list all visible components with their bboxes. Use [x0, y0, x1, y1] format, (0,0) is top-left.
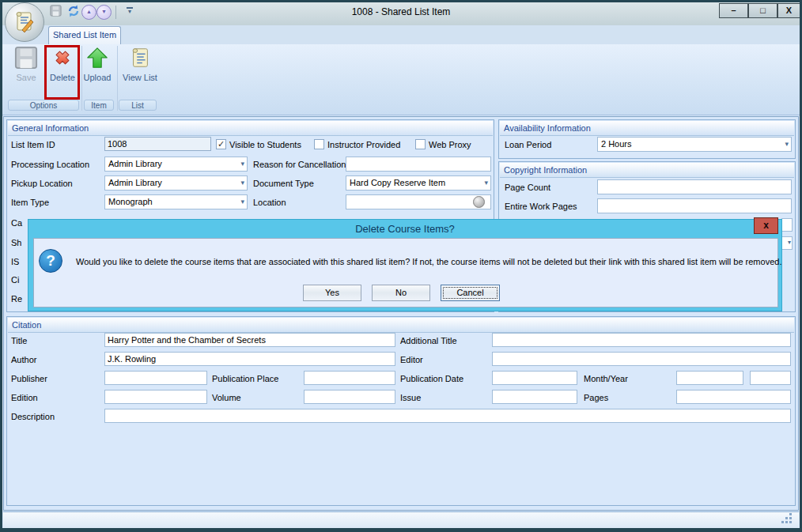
window-bottom-border [0, 528, 802, 532]
close-button[interactable]: X [777, 3, 800, 18]
yes-button[interactable]: Yes [303, 285, 361, 301]
pickup-location-label: Pickup Location [11, 179, 73, 188]
additional-title-field[interactable] [492, 333, 791, 347]
dropdown-arrow-icon: ▾ [240, 179, 244, 187]
reason-for-cancellation-field[interactable] [346, 157, 491, 172]
covered-field-fragment[interactable] [781, 218, 793, 232]
item-type-label: Item Type [11, 198, 49, 207]
section-header: Citation [8, 318, 794, 333]
tab-shared-list-item[interactable]: Shared List Item [48, 26, 121, 44]
publisher-label: Publisher [11, 374, 47, 383]
entire-work-pages-field[interactable] [597, 198, 792, 213]
covered-label-fragment: Re [11, 294, 22, 304]
customize-quick-access-icon[interactable]: ▾ [125, 7, 134, 14]
publisher-field[interactable] [104, 371, 207, 385]
section-header: Availability Information [500, 121, 794, 136]
covered-label-fragment: IS [11, 257, 19, 266]
ribbon-tab-strip [2, 25, 800, 44]
publication-date-field[interactable] [492, 371, 577, 385]
ribbon-group-options: Options [8, 100, 79, 111]
down-circle-icon[interactable]: ▼ [96, 5, 112, 20]
app-scroll-icon [12, 9, 37, 36]
editor-label: Editor [400, 355, 423, 364]
visible-to-students-checkbox[interactable]: ✓ [216, 139, 226, 149]
list-item-id-field[interactable] [104, 137, 211, 151]
covered-label-fragment: Ca [11, 218, 22, 228]
location-label: Location [253, 198, 286, 207]
document-type-combo[interactable]: Hard Copy Reserve Item ▾ [346, 175, 491, 191]
list-item-id-label: List Item ID [11, 140, 55, 149]
close-x-icon: x [763, 220, 769, 231]
entire-work-pages-label: Entire Work Pages [505, 202, 577, 211]
loan-period-combo[interactable]: 2 Hours ▾ [597, 137, 792, 152]
processing-location-label: Processing Location [11, 160, 89, 169]
editor-field[interactable] [492, 352, 791, 366]
cancel-button[interactable]: Cancel [441, 285, 500, 301]
section-header: General Information [8, 121, 493, 136]
minimize-button[interactable]: – [719, 3, 748, 18]
issue-label: Issue [400, 393, 421, 402]
dropdown-arrow-icon: ▾ [785, 140, 789, 149]
green-up-arrow-icon [85, 62, 109, 71]
processing-location-combo[interactable]: Admin Library ▾ [104, 157, 248, 172]
save-button[interactable]: Save [9, 46, 44, 96]
covered-label-fragment: Ci [11, 275, 19, 285]
view-list-button[interactable]: View List [120, 46, 160, 96]
pages-field[interactable] [676, 390, 791, 404]
dialog-close-button[interactable]: x [754, 217, 778, 234]
upload-button[interactable]: Upload [80, 46, 115, 96]
covered-label-fragment: Sh [11, 238, 21, 247]
reason-for-cancellation-label: Reason for Cancellation [253, 160, 346, 169]
publication-place-label: Publication Place [212, 374, 278, 383]
refresh-icon[interactable] [66, 4, 81, 18]
author-label: Author [11, 355, 36, 364]
description-field[interactable] [104, 409, 791, 423]
instructor-provided-checkbox[interactable] [314, 139, 324, 149]
instructor-provided-label: Instructor Provided [327, 140, 400, 149]
covered-combo-fragment[interactable]: ▾ [781, 236, 793, 250]
document-type-label: Document Type [253, 179, 314, 188]
visible-to-students-label: Visible to Students [229, 140, 301, 149]
month-field[interactable] [676, 371, 743, 385]
resize-grip[interactable] [789, 521, 792, 523]
author-field[interactable] [104, 352, 395, 366]
title-field[interactable] [104, 333, 395, 347]
question-icon: ? [39, 249, 62, 273]
dropdown-arrow-icon: ▾ [240, 198, 244, 206]
issue-field[interactable] [492, 390, 577, 404]
dialog-title: Delete Course Items? [28, 223, 781, 235]
location-sphere-button[interactable] [473, 196, 485, 208]
ribbon-group-item: Item [84, 100, 114, 111]
volume-field[interactable] [304, 390, 395, 404]
floppy-disk-icon [14, 62, 38, 71]
quick-save-icon[interactable] [50, 5, 62, 17]
scroll-icon [128, 62, 152, 71]
dropdown-arrow-icon: ▾ [484, 179, 488, 187]
page-count-field[interactable] [597, 179, 792, 194]
section-header: Copyright Information [500, 163, 794, 178]
item-type-combo[interactable]: Monograph ▾ [104, 194, 248, 209]
web-proxy-label: Web Proxy [429, 140, 471, 149]
delete-course-items-dialog: Delete Course Items? x ? Would you like … [28, 219, 782, 311]
maximize-icon: □ [760, 6, 766, 15]
edition-field[interactable] [104, 390, 207, 404]
group-separator [81, 46, 82, 111]
no-button[interactable]: No [372, 285, 430, 301]
location-field[interactable] [346, 194, 491, 209]
maximize-button[interactable]: □ [748, 3, 777, 18]
loan-period-label: Loan Period [505, 140, 551, 149]
pickup-location-combo[interactable]: Admin Library ▾ [104, 175, 248, 191]
additional-title-label: Additional Title [400, 336, 457, 345]
app-menu-button[interactable] [5, 2, 44, 42]
group-separator [117, 46, 118, 111]
year-field[interactable] [750, 371, 791, 385]
ribbon-group-list: List [119, 100, 157, 111]
delete-highlight-rectangle [44, 45, 80, 100]
publication-place-field[interactable] [304, 371, 395, 385]
web-proxy-checkbox[interactable] [415, 139, 426, 149]
dialog-message: Would you like to delete the course item… [76, 257, 776, 266]
up-circle-icon[interactable]: ▲ [81, 5, 96, 20]
edition-label: Edition [11, 393, 38, 402]
window-title: 1008 - Shared List Item [0, 6, 802, 17]
status-bar [3, 511, 799, 528]
